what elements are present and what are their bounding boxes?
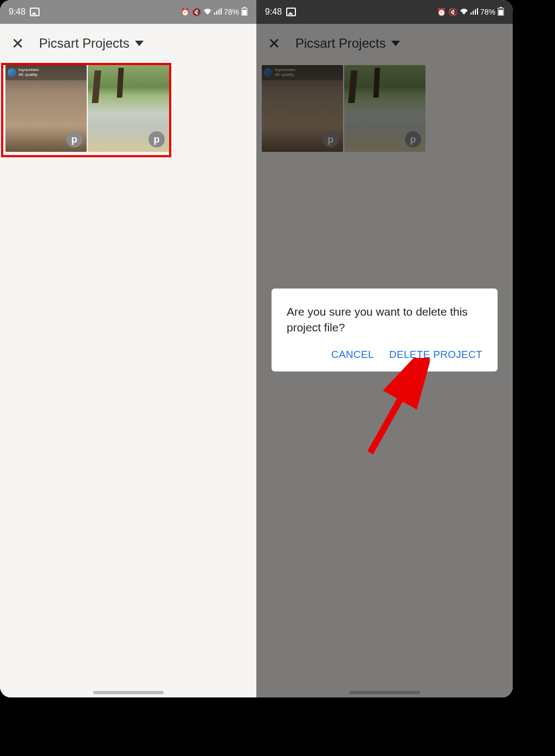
page-title: Picsart Projects [39,36,130,51]
svg-rect-3 [221,8,222,15]
status-time: 9:48 [9,7,25,17]
svg-rect-0 [214,12,215,15]
delete-project-button[interactable]: DELETE PROJECT [389,349,482,361]
battery-text: 78% [480,8,495,16]
avatar [8,68,16,77]
project-thumbnail[interactable]: p [88,65,169,152]
projects-grid: toyourears 4K quality p p [0,63,256,688]
svg-rect-10 [477,8,478,15]
picsart-badge-icon: p [66,131,82,148]
phone-screen-right: 9:48 ⏰ 🔇 78% ✕ Picsart Projects [256,0,513,697]
dialog-message: Are you sure you want to delete this pro… [287,304,482,336]
image-icon [286,8,296,16]
signal-icon [470,8,478,16]
dialog-actions: CANCEL DELETE PROJECT [287,349,482,361]
svg-rect-9 [475,9,476,15]
thumb-overlay-header: toyourears 4K quality [5,65,87,80]
status-left: 9:48 [9,7,40,17]
app-header: ✕ Picsart Projects [0,24,256,63]
mute-icon: 🔇 [192,8,201,16]
chevron-down-icon [135,41,144,46]
project-thumbnail[interactable]: toyourears 4K quality p [5,65,87,152]
battery-text: 78% [224,8,239,16]
status-right: ⏰ 🔇 78% [180,7,248,17]
alarm-icon: ⏰ [180,8,190,16]
cancel-button[interactable]: CANCEL [331,349,374,361]
nav-bar [0,688,256,697]
signal-icon [214,8,222,16]
thumb-meta: toyourears 4K quality [18,68,39,78]
svg-rect-1 [216,11,217,15]
svg-rect-2 [218,9,220,15]
svg-rect-13 [499,10,503,15]
picsart-badge-icon: p [149,131,165,148]
battery-icon [241,7,248,17]
home-indicator[interactable] [93,691,164,694]
header-title-dropdown[interactable]: Picsart Projects [39,36,144,51]
image-icon [30,8,40,16]
wifi-icon [460,8,468,16]
status-bar: 9:48 ⏰ 🔇 78% [0,0,256,24]
svg-rect-8 [473,11,474,15]
thumb-quality: 4K quality [18,73,39,78]
alarm-icon: ⏰ [437,8,446,16]
battery-icon [498,7,504,17]
status-left: 9:48 [265,7,296,17]
phone-screen-left: 9:48 ⏰ 🔇 78% ✕ Picsart Projects [0,0,256,697]
status-right: ⏰ 🔇 78% [437,7,504,17]
svg-rect-6 [242,10,247,15]
close-icon: ✕ [11,35,24,53]
svg-rect-7 [470,12,472,15]
status-bar: 9:48 ⏰ 🔇 78% [256,0,513,24]
wifi-icon [203,8,212,16]
status-time: 9:48 [265,7,282,17]
mute-icon: 🔇 [448,8,457,16]
confirm-dialog: Are you sure you want to delete this pro… [272,289,498,371]
close-button[interactable]: ✕ [9,35,26,52]
